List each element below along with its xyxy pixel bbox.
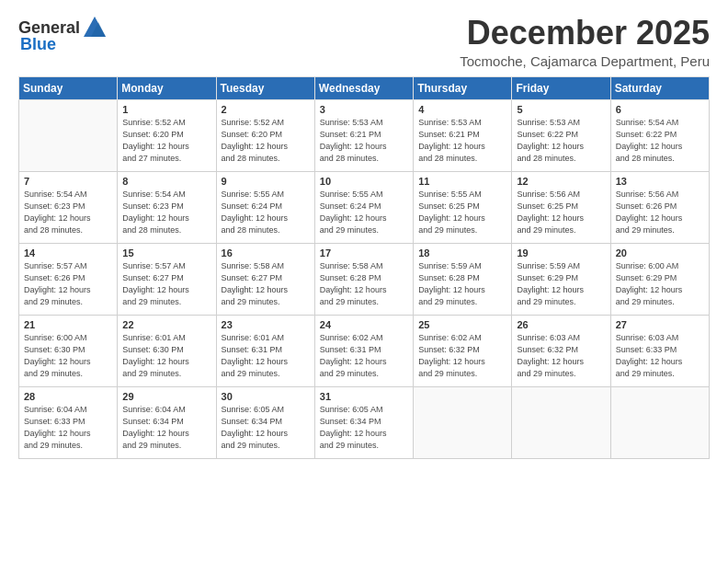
day-number: 1 xyxy=(122,104,210,115)
weekday-header-row: Sunday Monday Tuesday Wednesday Thursday… xyxy=(19,76,710,99)
header-friday: Friday xyxy=(512,76,610,99)
month-title: December 2025 xyxy=(460,15,710,52)
day-info: Sunrise: 6:01 AM Sunset: 6:30 PM Dayligh… xyxy=(122,332,210,380)
calendar-cell: 7Sunrise: 5:54 AM Sunset: 6:23 PM Daylig… xyxy=(19,171,118,243)
calendar-cell: 18Sunrise: 5:59 AM Sunset: 6:28 PM Dayli… xyxy=(414,243,512,315)
calendar-cell: 25Sunrise: 6:02 AM Sunset: 6:32 PM Dayli… xyxy=(414,315,512,386)
day-info: Sunrise: 5:55 AM Sunset: 6:24 PM Dayligh… xyxy=(222,189,310,236)
day-number: 3 xyxy=(320,104,408,115)
header-thursday: Thursday xyxy=(414,76,512,99)
calendar-cell: 16Sunrise: 5:58 AM Sunset: 6:27 PM Dayli… xyxy=(216,243,314,315)
day-info: Sunrise: 5:56 AM Sunset: 6:26 PM Dayligh… xyxy=(616,189,704,236)
calendar-cell: 23Sunrise: 6:01 AM Sunset: 6:31 PM Dayli… xyxy=(216,315,314,386)
day-number: 17 xyxy=(320,247,408,259)
page-container: General Blue December 2025 Tocmoche, Caj… xyxy=(0,0,728,468)
day-number: 29 xyxy=(122,391,210,402)
location-subtitle: Tocmoche, Cajamarca Department, Peru xyxy=(460,53,710,69)
calendar-cell: 4Sunrise: 5:53 AM Sunset: 6:21 PM Daylig… xyxy=(414,99,512,171)
day-info: Sunrise: 6:02 AM Sunset: 6:31 PM Dayligh… xyxy=(320,332,408,380)
header-wednesday: Wednesday xyxy=(314,76,413,99)
day-number: 26 xyxy=(517,319,605,330)
day-info: Sunrise: 5:54 AM Sunset: 6:23 PM Dayligh… xyxy=(24,189,112,236)
calendar-cell: 26Sunrise: 6:03 AM Sunset: 6:32 PM Dayli… xyxy=(512,315,610,386)
calendar-cell xyxy=(610,386,709,458)
calendar-cell: 8Sunrise: 5:54 AM Sunset: 6:23 PM Daylig… xyxy=(118,171,216,243)
calendar-cell: 22Sunrise: 6:01 AM Sunset: 6:30 PM Dayli… xyxy=(118,315,216,386)
calendar-cell: 27Sunrise: 6:03 AM Sunset: 6:33 PM Dayli… xyxy=(610,315,709,386)
day-number: 8 xyxy=(122,176,210,187)
day-info: Sunrise: 5:53 AM Sunset: 6:22 PM Dayligh… xyxy=(517,117,605,165)
calendar-cell: 29Sunrise: 6:04 AM Sunset: 6:34 PM Dayli… xyxy=(118,386,216,458)
calendar-cell: 11Sunrise: 5:55 AM Sunset: 6:25 PM Dayli… xyxy=(414,171,512,243)
day-number: 4 xyxy=(418,104,506,115)
day-info: Sunrise: 5:59 AM Sunset: 6:28 PM Dayligh… xyxy=(418,260,506,308)
day-number: 14 xyxy=(24,247,112,259)
calendar-cell: 9Sunrise: 5:55 AM Sunset: 6:24 PM Daylig… xyxy=(216,171,314,243)
day-number: 24 xyxy=(320,319,408,330)
calendar-cell: 17Sunrise: 5:58 AM Sunset: 6:28 PM Dayli… xyxy=(314,243,413,315)
calendar-cell: 30Sunrise: 6:05 AM Sunset: 6:34 PM Dayli… xyxy=(216,386,314,458)
header-saturday: Saturday xyxy=(610,76,709,99)
day-number: 6 xyxy=(616,104,704,115)
calendar-week-2: 14Sunrise: 5:57 AM Sunset: 6:26 PM Dayli… xyxy=(19,243,710,315)
day-info: Sunrise: 5:57 AM Sunset: 6:27 PM Dayligh… xyxy=(122,260,210,308)
calendar-cell: 6Sunrise: 5:54 AM Sunset: 6:22 PM Daylig… xyxy=(610,99,709,171)
day-info: Sunrise: 5:58 AM Sunset: 6:27 PM Dayligh… xyxy=(222,260,310,308)
day-number: 10 xyxy=(320,176,408,187)
calendar-cell: 28Sunrise: 6:04 AM Sunset: 6:33 PM Dayli… xyxy=(19,386,118,458)
calendar-week-0: 1Sunrise: 5:52 AM Sunset: 6:20 PM Daylig… xyxy=(19,99,710,171)
day-info: Sunrise: 5:53 AM Sunset: 6:21 PM Dayligh… xyxy=(418,117,506,165)
calendar-cell: 20Sunrise: 6:00 AM Sunset: 6:29 PM Dayli… xyxy=(610,243,709,315)
calendar-cell xyxy=(414,386,512,458)
day-number: 2 xyxy=(222,104,310,115)
calendar-cell: 12Sunrise: 5:56 AM Sunset: 6:25 PM Dayli… xyxy=(512,171,610,243)
day-info: Sunrise: 5:54 AM Sunset: 6:23 PM Dayligh… xyxy=(122,189,210,236)
day-info: Sunrise: 6:00 AM Sunset: 6:30 PM Dayligh… xyxy=(24,332,112,380)
title-block: December 2025 Tocmoche, Cajamarca Depart… xyxy=(460,15,710,69)
calendar-cell: 21Sunrise: 6:00 AM Sunset: 6:30 PM Dayli… xyxy=(19,315,118,386)
header-monday: Monday xyxy=(118,76,216,99)
day-info: Sunrise: 5:57 AM Sunset: 6:26 PM Dayligh… xyxy=(24,260,112,308)
day-number: 12 xyxy=(517,176,605,187)
day-info: Sunrise: 6:03 AM Sunset: 6:32 PM Dayligh… xyxy=(517,332,605,380)
header-sunday: Sunday xyxy=(19,76,118,99)
day-number: 21 xyxy=(24,319,112,330)
calendar-cell xyxy=(19,99,118,171)
day-number: 28 xyxy=(24,391,112,402)
header-tuesday: Tuesday xyxy=(216,76,314,99)
calendar-table: Sunday Monday Tuesday Wednesday Thursday… xyxy=(18,76,710,459)
logo: General Blue xyxy=(18,15,108,54)
day-number: 9 xyxy=(222,176,310,187)
day-info: Sunrise: 6:04 AM Sunset: 6:34 PM Dayligh… xyxy=(122,404,210,452)
day-info: Sunrise: 6:03 AM Sunset: 6:33 PM Dayligh… xyxy=(616,332,704,380)
day-number: 18 xyxy=(418,247,506,259)
day-info: Sunrise: 5:58 AM Sunset: 6:28 PM Dayligh… xyxy=(320,260,408,308)
day-info: Sunrise: 6:04 AM Sunset: 6:33 PM Dayligh… xyxy=(24,404,112,452)
calendar-cell: 14Sunrise: 5:57 AM Sunset: 6:26 PM Dayli… xyxy=(19,243,118,315)
calendar-cell: 13Sunrise: 5:56 AM Sunset: 6:26 PM Dayli… xyxy=(610,171,709,243)
calendar-cell: 24Sunrise: 6:02 AM Sunset: 6:31 PM Dayli… xyxy=(314,315,413,386)
calendar-cell: 10Sunrise: 5:55 AM Sunset: 6:24 PM Dayli… xyxy=(314,171,413,243)
day-number: 30 xyxy=(222,391,310,402)
day-info: Sunrise: 5:55 AM Sunset: 6:25 PM Dayligh… xyxy=(418,189,506,236)
day-number: 25 xyxy=(418,319,506,330)
day-number: 23 xyxy=(222,319,310,330)
calendar-cell: 2Sunrise: 5:52 AM Sunset: 6:20 PM Daylig… xyxy=(216,99,314,171)
day-info: Sunrise: 6:01 AM Sunset: 6:31 PM Dayligh… xyxy=(222,332,310,380)
day-number: 22 xyxy=(122,319,210,330)
day-info: Sunrise: 5:55 AM Sunset: 6:24 PM Dayligh… xyxy=(320,189,408,236)
calendar-cell: 19Sunrise: 5:59 AM Sunset: 6:29 PM Dayli… xyxy=(512,243,610,315)
header-row: General Blue December 2025 Tocmoche, Caj… xyxy=(18,15,710,69)
day-number: 15 xyxy=(122,247,210,259)
day-number: 20 xyxy=(616,247,704,259)
calendar-week-3: 21Sunrise: 6:00 AM Sunset: 6:30 PM Dayli… xyxy=(19,315,710,386)
calendar-week-4: 28Sunrise: 6:04 AM Sunset: 6:33 PM Dayli… xyxy=(19,386,710,458)
logo-blue: Blue xyxy=(20,35,56,54)
day-info: Sunrise: 5:53 AM Sunset: 6:21 PM Dayligh… xyxy=(320,117,408,165)
day-info: Sunrise: 6:05 AM Sunset: 6:34 PM Dayligh… xyxy=(320,404,408,452)
day-number: 13 xyxy=(616,176,704,187)
calendar-cell: 1Sunrise: 5:52 AM Sunset: 6:20 PM Daylig… xyxy=(118,99,216,171)
day-info: Sunrise: 6:05 AM Sunset: 6:34 PM Dayligh… xyxy=(222,404,310,452)
day-info: Sunrise: 5:54 AM Sunset: 6:22 PM Dayligh… xyxy=(616,117,704,165)
day-info: Sunrise: 5:59 AM Sunset: 6:29 PM Dayligh… xyxy=(517,260,605,308)
